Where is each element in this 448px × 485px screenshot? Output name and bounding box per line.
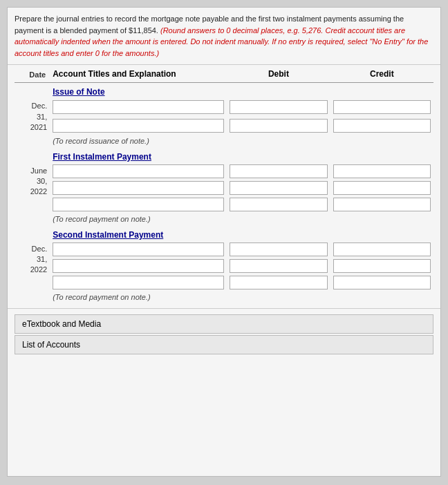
second-row-1: Dec. 31, 2022 bbox=[15, 241, 433, 258]
footer-buttons: eTextbook and Media List of Accounts bbox=[8, 308, 440, 360]
list-of-accounts-button[interactable]: List of Accounts bbox=[15, 335, 433, 354]
second-note: (To record payment on note.) bbox=[53, 293, 150, 301]
issue-note: (To record issuance of note.) bbox=[53, 137, 149, 145]
issue-debit-1[interactable] bbox=[230, 100, 327, 114]
first-note: (To record payment on note.) bbox=[53, 215, 150, 223]
second-debit-1[interactable] bbox=[230, 242, 327, 256]
etextbook-button[interactable]: eTextbook and Media bbox=[15, 314, 433, 334]
second-row-3 bbox=[15, 274, 433, 291]
header-account: Account Titles and Explanation bbox=[50, 68, 227, 83]
header-credit: Credit bbox=[330, 68, 433, 83]
issue-account-2[interactable] bbox=[53, 119, 224, 133]
second-debit-3[interactable] bbox=[230, 276, 327, 289]
first-credit-2[interactable] bbox=[333, 181, 431, 195]
first-row-3 bbox=[15, 196, 433, 213]
first-account-2[interactable] bbox=[53, 181, 224, 195]
issue-row-2 bbox=[15, 116, 433, 134]
second-account-3[interactable] bbox=[53, 276, 224, 289]
second-label: Second Instalment Payment bbox=[50, 226, 227, 241]
first-row-1: June 30, 2022 bbox=[15, 163, 433, 180]
second-credit-2[interactable] bbox=[333, 259, 431, 273]
first-debit-2[interactable] bbox=[230, 181, 327, 195]
issue-debit-2[interactable] bbox=[230, 119, 327, 133]
issue-date: Dec. 31, 2021 bbox=[30, 102, 47, 131]
second-date: Dec. 31, 2022 bbox=[30, 245, 47, 274]
second-account-1[interactable] bbox=[53, 242, 224, 256]
first-label: First Instalment Payment bbox=[50, 148, 227, 163]
main-page: Prepare the journal entries to record th… bbox=[7, 7, 441, 477]
issue-note-row: (To record issuance of note.) bbox=[15, 135, 433, 148]
first-account-1[interactable] bbox=[53, 164, 224, 178]
first-row-2 bbox=[15, 180, 433, 196]
second-debit-2[interactable] bbox=[230, 259, 327, 273]
second-account-2[interactable] bbox=[53, 259, 224, 273]
issue-credit-1[interactable] bbox=[333, 100, 431, 114]
first-note-row: (To record payment on note.) bbox=[15, 213, 433, 226]
issue-section-header: Issue of Note bbox=[15, 83, 433, 99]
first-credit-3[interactable] bbox=[333, 198, 431, 211]
first-credit-1[interactable] bbox=[333, 164, 431, 178]
header-date: Date bbox=[15, 68, 50, 83]
instructions-block: Prepare the journal entries to record th… bbox=[8, 8, 440, 65]
second-row-2 bbox=[15, 258, 433, 274]
header-debit: Debit bbox=[227, 68, 330, 83]
first-account-3[interactable] bbox=[53, 198, 224, 211]
first-section-header: First Instalment Payment bbox=[15, 148, 433, 163]
first-debit-1[interactable] bbox=[230, 164, 327, 178]
issue-account-1[interactable] bbox=[53, 100, 224, 114]
issue-credit-2[interactable] bbox=[333, 119, 431, 133]
second-credit-1[interactable] bbox=[333, 242, 431, 256]
issue-label: Issue of Note bbox=[50, 83, 227, 99]
journal-table: Date Account Titles and Explanation Debi… bbox=[15, 68, 433, 304]
second-credit-3[interactable] bbox=[333, 276, 431, 289]
first-date: June 30, 2022 bbox=[30, 167, 47, 196]
second-note-row: (To record payment on note.) bbox=[15, 291, 433, 304]
journal-table-container: Date Account Titles and Explanation Debi… bbox=[8, 68, 440, 304]
second-section-header: Second Instalment Payment bbox=[15, 226, 433, 241]
first-debit-3[interactable] bbox=[230, 198, 327, 211]
issue-row-1: Dec. 31, 2021 bbox=[15, 98, 433, 116]
